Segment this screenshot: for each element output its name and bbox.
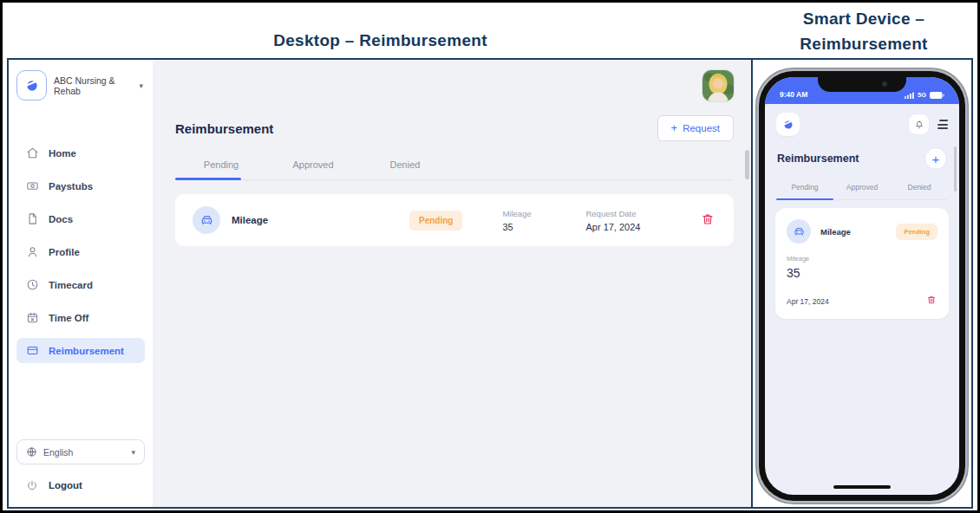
org-name: ABC Nursing & Rehab [54, 75, 132, 96]
tab-denied[interactable]: Denied [891, 178, 948, 199]
status-badge: Pending [896, 224, 938, 240]
desktop-main: Reimbursement + Request Pending Approved… [153, 60, 751, 507]
chevron-down-icon: ▾ [131, 448, 135, 457]
car-icon [193, 206, 220, 234]
mileage-label: Mileage [502, 209, 585, 218]
sidebar-item-label: Time Off [49, 313, 88, 323]
request-date-value: Apr 17, 2024 [585, 222, 698, 232]
mileage-field: Mileage 35 [502, 209, 585, 232]
logout-button[interactable]: Logout [16, 476, 145, 495]
status-time: 9:40 AM [780, 90, 807, 99]
bell-icon [914, 120, 924, 130]
person-icon [26, 245, 39, 258]
document-icon [26, 212, 39, 225]
logout-label: Logout [49, 480, 82, 490]
language-label: English [43, 447, 73, 458]
sidebar: ABC Nursing & Rehab ▾ Home Paystubs Docs [9, 60, 153, 507]
phone-notch [818, 77, 906, 92]
mileage-value: 35 [787, 266, 938, 280]
user-avatar[interactable] [702, 70, 734, 101]
menu-icon[interactable] [938, 117, 948, 132]
mileage-label: Mileage [787, 255, 938, 263]
plus-icon: + [671, 124, 678, 133]
sidebar-item-label: Profile [49, 247, 80, 257]
trash-icon [701, 212, 715, 226]
vertical-scrollbar[interactable] [745, 150, 749, 179]
status-tabs: Pending Approved Denied [175, 153, 734, 180]
home-indicator[interactable] [833, 485, 891, 489]
signal-icon [905, 92, 914, 99]
sidebar-item-home[interactable]: Home [16, 140, 145, 166]
app-logo-icon [16, 70, 47, 101]
expense-type: Mileage [820, 227, 851, 237]
credit-card-icon [26, 344, 39, 357]
tab-pending[interactable]: Pending [175, 153, 267, 179]
sidebar-footer: English ▾ Logout [16, 439, 145, 495]
delete-request-button[interactable] [925, 294, 938, 308]
status-badge: Pending [409, 211, 462, 231]
mobile-section-title: Smart Device – Reimbursement [759, 6, 969, 57]
sidebar-item-paystubs[interactable]: Paystubs [16, 173, 145, 198]
battery-icon [930, 92, 944, 99]
phone-screen: 9:40 AM 5G [765, 77, 959, 495]
tab-approved[interactable]: Approved [833, 178, 891, 199]
add-request-button[interactable]: + [924, 147, 947, 170]
comparison-stage: ABC Nursing & Rehab ▾ Home Paystubs Docs [7, 58, 973, 509]
tab-approved[interactable]: Approved [267, 153, 359, 179]
language-selector[interactable]: English ▾ [16, 439, 145, 464]
vertical-scrollbar[interactable] [954, 146, 957, 192]
sidebar-item-timecard[interactable]: Timecard [16, 272, 145, 297]
mobile-appbar [765, 104, 959, 136]
phone-panel: 9:40 AM 5G [753, 60, 971, 507]
tab-denied[interactable]: Denied [359, 153, 451, 179]
tab-pending[interactable]: Pending [776, 178, 833, 199]
desktop-panel: ABC Nursing & Rehab ▾ Home Paystubs Docs [9, 60, 753, 507]
chevron-down-icon: ▾ [139, 81, 145, 90]
calendar-x-icon [26, 311, 39, 324]
sidebar-item-label: Reimbursement [49, 346, 124, 356]
globe-icon [26, 446, 37, 458]
banknote-icon [26, 179, 39, 192]
network-label: 5G [918, 91, 926, 99]
sidebar-item-label: Paystubs [49, 181, 93, 192]
app-logo-icon[interactable] [776, 113, 800, 136]
request-date-label: Request Date [585, 209, 698, 218]
mileage-value: 35 [502, 222, 585, 232]
sidebar-item-profile[interactable]: Profile [16, 239, 145, 264]
sidebar-item-label: Home [49, 148, 76, 159]
expense-type: Mileage [232, 215, 268, 225]
clock-icon [26, 278, 39, 291]
request-date-value: Apr 17, 2024 [787, 297, 829, 306]
sidebar-item-reimbursement[interactable]: Reimbursement [16, 338, 145, 363]
mobile-page-title: Reimbursement [777, 153, 859, 165]
power-icon [26, 479, 38, 491]
mobile-status-tabs: Pending Approved Denied [776, 178, 948, 200]
reimbursement-card[interactable]: Mileage Pending Mileage 35 Apr 17, 2024 [775, 208, 949, 319]
desktop-section-title: Desktop – Reimbursement [10, 31, 751, 50]
delete-request-button[interactable] [699, 211, 716, 231]
sidebar-item-timeoff[interactable]: Time Off [16, 305, 145, 330]
home-icon [26, 146, 39, 159]
add-request-label: Request [683, 123, 720, 133]
sidebar-item-label: Docs [49, 214, 73, 224]
reimbursement-row[interactable]: Mileage Pending Mileage 35 Request Date … [175, 194, 734, 246]
org-switcher[interactable]: ABC Nursing & Rehab ▾ [16, 70, 145, 101]
trash-icon [926, 295, 937, 305]
phone-mockup: 9:40 AM 5G [759, 71, 965, 501]
add-request-button[interactable]: + Request [657, 115, 734, 141]
request-date-field: Request Date Apr 17, 2024 [585, 209, 698, 232]
page-title: Reimbursement [175, 121, 273, 136]
sidebar-item-label: Timecard [49, 280, 93, 290]
sidebar-nav: Home Paystubs Docs Profile [16, 140, 145, 363]
car-icon [787, 219, 811, 244]
sidebar-item-docs[interactable]: Docs [16, 206, 145, 231]
notifications-button[interactable] [908, 114, 930, 135]
screenshot-frame: Desktop – Reimbursement Smart Device – R… [0, 0, 980, 513]
